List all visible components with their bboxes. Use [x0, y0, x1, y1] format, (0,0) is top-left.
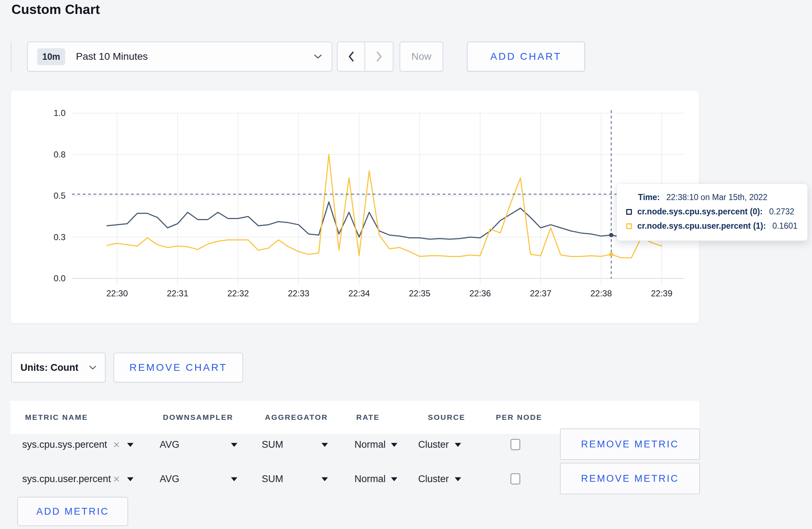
- aggregator-caret-icon[interactable]: [322, 443, 328, 447]
- source-select[interactable]: Cluster: [418, 439, 449, 450]
- chart-tooltip: Time: 22:38:10 on Mar 15th, 2022 cr.node…: [617, 184, 808, 241]
- time-range-badge: 10m: [37, 48, 65, 65]
- source-caret-icon[interactable]: [455, 477, 461, 481]
- user-series-swatch-icon: [626, 223, 632, 229]
- tooltip-series-value: 0.1601: [772, 221, 797, 231]
- downsampler-select[interactable]: AVG: [160, 474, 179, 485]
- col-header-source: SOURCE: [428, 413, 465, 422]
- rate-select[interactable]: Normal: [354, 439, 386, 450]
- clear-metric-icon[interactable]: ×: [113, 473, 120, 485]
- metric-caret-icon[interactable]: [127, 443, 134, 447]
- svg-text:22:39: 22:39: [651, 288, 672, 298]
- svg-text:0.8: 0.8: [54, 150, 66, 159]
- aggregator-caret-icon[interactable]: [322, 477, 328, 481]
- rate-caret-icon[interactable]: [391, 443, 397, 447]
- tooltip-time-row: Time: 22:38:10 on Mar 15th, 2022: [638, 193, 798, 202]
- col-header-aggregator: AGGREGATOR: [265, 413, 328, 422]
- tooltip-series-name: cr.node.sys.cpu.sys.percent (0):: [637, 207, 763, 217]
- svg-text:1.0: 1.0: [54, 108, 66, 118]
- metric-caret-icon[interactable]: [127, 477, 134, 481]
- toolbar-divider: [11, 42, 11, 72]
- chevron-down-icon: [89, 365, 96, 370]
- time-pager: [337, 42, 393, 72]
- svg-text:0.5: 0.5: [54, 191, 66, 200]
- svg-text:22:37: 22:37: [530, 288, 551, 298]
- timeseries-chart[interactable]: 0.00.30.50.81.022:3022:3122:3222:3322:34…: [11, 91, 700, 324]
- metric-row: sys.cpu.user.percent × AVG SUM Normal Cl…: [0, 462, 812, 495]
- svg-text:22:31: 22:31: [167, 288, 188, 298]
- remove-chart-button[interactable]: REMOVE CHART: [113, 353, 243, 383]
- svg-text:0.0: 0.0: [54, 273, 66, 283]
- tooltip-time-value: 22:38:10 on Mar 15th, 2022: [666, 193, 768, 202]
- downsampler-caret-icon[interactable]: [231, 443, 237, 447]
- tooltip-series-row: cr.node.sys.cpu.sys.percent (0): 0.2732: [626, 207, 798, 217]
- col-header-metric-name: METRIC NAME: [25, 413, 88, 422]
- svg-text:22:30: 22:30: [106, 288, 128, 298]
- add-chart-button[interactable]: ADD CHART: [467, 42, 585, 72]
- chevron-right-icon: [376, 51, 383, 62]
- add-metric-label: ADD METRIC: [37, 506, 109, 517]
- now-label: Now: [411, 51, 431, 62]
- tooltip-time-label: Time:: [638, 193, 660, 202]
- remove-metric-button[interactable]: REMOVE METRIC: [560, 463, 700, 494]
- col-header-downsampler: DOWNSAMPLER: [163, 413, 233, 422]
- svg-text:22:34: 22:34: [348, 288, 370, 298]
- svg-text:22:38: 22:38: [590, 288, 612, 298]
- source-caret-icon[interactable]: [455, 443, 461, 447]
- aggregator-select[interactable]: SUM: [262, 439, 283, 450]
- prev-button[interactable]: [338, 42, 365, 71]
- sys-series-swatch-icon: [626, 209, 632, 215]
- metric-row: sys.cpu.sys.percent × AVG SUM Normal Clu…: [0, 428, 812, 461]
- svg-text:22:36: 22:36: [469, 288, 491, 298]
- metric-name-select[interactable]: sys.cpu.sys.percent: [22, 439, 107, 450]
- downsampler-select[interactable]: AVG: [160, 439, 179, 450]
- units-label: Units: Count: [20, 362, 78, 373]
- tooltip-series-name: cr.node.sys.cpu.user.percent (1):: [637, 221, 766, 231]
- metric-name-select[interactable]: sys.cpu.user.percent: [22, 474, 111, 485]
- rate-select[interactable]: Normal: [354, 474, 386, 485]
- rate-caret-icon[interactable]: [391, 477, 397, 481]
- col-header-rate: RATE: [356, 413, 380, 422]
- remove-metric-label: REMOVE METRIC: [581, 439, 679, 450]
- units-select[interactable]: Units: Count: [11, 353, 106, 383]
- svg-text:22:35: 22:35: [409, 288, 430, 298]
- col-header-per-node: PER NODE: [496, 413, 542, 422]
- chevron-down-icon: [314, 54, 322, 59]
- next-button[interactable]: [365, 42, 393, 71]
- chevron-left-icon: [348, 51, 355, 62]
- svg-text:0.3: 0.3: [54, 232, 66, 242]
- time-range-select[interactable]: 10m Past 10 Minutes: [27, 42, 332, 72]
- remove-chart-label: REMOVE CHART: [129, 362, 227, 373]
- tooltip-series-value: 0.2732: [769, 207, 794, 217]
- downsampler-caret-icon[interactable]: [231, 477, 237, 481]
- svg-text:22:33: 22:33: [288, 288, 309, 298]
- clear-metric-icon[interactable]: ×: [113, 439, 120, 450]
- page-title: Custom Chart: [11, 2, 100, 17]
- per-node-checkbox[interactable]: [511, 474, 520, 485]
- add-metric-button[interactable]: ADD METRIC: [17, 497, 128, 526]
- time-range-label: Past 10 Minutes: [76, 51, 148, 62]
- tooltip-series-row: cr.node.sys.cpu.user.percent (1): 0.1601: [626, 221, 798, 231]
- remove-metric-label: REMOVE METRIC: [581, 473, 679, 484]
- remove-metric-button[interactable]: REMOVE METRIC: [560, 428, 700, 460]
- chart-card: 0.00.30.50.81.022:3022:3122:3222:3322:34…: [10, 90, 699, 324]
- now-button[interactable]: Now: [400, 42, 443, 72]
- add-chart-label: ADD CHART: [490, 51, 562, 62]
- aggregator-select[interactable]: SUM: [262, 474, 283, 485]
- per-node-checkbox[interactable]: [511, 439, 520, 450]
- source-select[interactable]: Cluster: [418, 474, 449, 485]
- svg-text:22:32: 22:32: [227, 288, 249, 298]
